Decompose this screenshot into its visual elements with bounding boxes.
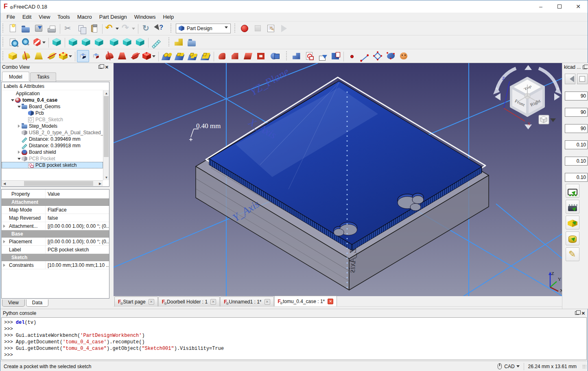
hole-button[interactable]	[90, 50, 102, 62]
property-value[interactable]: false	[46, 214, 109, 222]
toolbar-grip[interactable]	[234, 24, 237, 33]
validate-sketch-button[interactable]	[329, 50, 341, 62]
thickness-button[interactable]	[255, 50, 267, 62]
ksu-edit-button[interactable]	[566, 247, 579, 261]
tree-item[interactable]: Distance: 0.399469 mm	[2, 136, 103, 142]
property-row[interactable]: Map Mode FlatFace	[2, 206, 109, 214]
create-sketch-button[interactable]	[303, 50, 315, 62]
3d-scene[interactable]: YZ_Plane X_Axis Y_Axis Z_Axis 0.40 mm	[114, 63, 562, 296]
float-panel-icon[interactable]	[575, 311, 579, 315]
ksu-export-model-button[interactable]	[566, 231, 579, 245]
tree-expander-icon[interactable]	[10, 98, 15, 103]
property-value[interactable]: FlatFace	[46, 206, 109, 214]
tree-expander-icon[interactable]	[16, 156, 22, 161]
document-tab[interactable]: F Doorbell Holder : 1 ✕	[158, 297, 220, 306]
property-value[interactable]: PCB pocket sketch	[46, 246, 109, 253]
boolean-button[interactable]	[268, 50, 280, 62]
tree-item[interactable]: Board shield	[2, 149, 103, 155]
expand-arrow-icon[interactable]	[2, 222, 8, 230]
toolbar-grip[interactable]	[285, 51, 289, 61]
section-sketch[interactable]: Sketch	[2, 254, 109, 261]
tree-item[interactable]: Pcb	[2, 110, 103, 116]
additive-primitive-button[interactable]	[59, 50, 73, 62]
ksu-macro-button[interactable]	[398, 50, 410, 62]
tree-item[interactable]: Application	[2, 90, 103, 97]
tree-item[interactable]: Step_Models	[2, 123, 103, 129]
document-tab[interactable]: F tomu_0.4_case : 1* ✕	[274, 296, 337, 306]
revolution-button[interactable]	[20, 50, 32, 62]
scrollbar-thumb[interactable]	[24, 181, 93, 186]
kicad-page-button[interactable]	[577, 74, 588, 84]
menu-item[interactable]: Part Design	[96, 13, 131, 21]
bottom-view-button[interactable]	[121, 36, 133, 48]
section-attachment[interactable]: Attachment	[2, 199, 109, 206]
dropdown-arrow-icon[interactable]	[42, 41, 46, 45]
open-button[interactable]	[20, 22, 32, 35]
menu-item[interactable]: Help	[159, 13, 177, 21]
panel-splitter[interactable]	[110, 63, 114, 309]
resize-grip[interactable]	[582, 364, 586, 369]
tree-expander-icon[interactable]	[16, 104, 22, 109]
axonometric-view-button[interactable]	[50, 36, 63, 48]
groove-button[interactable]	[103, 50, 115, 62]
subtractive-primitive-button[interactable]	[142, 50, 156, 62]
workbench-selector[interactable]: Part Design	[176, 24, 231, 33]
subtractive-loft-button[interactable]	[116, 50, 128, 62]
property-tab[interactable]: Data	[26, 299, 48, 307]
macro-play-button[interactable]	[278, 22, 290, 35]
combo-tab[interactable]: Tasks	[30, 72, 57, 82]
new-document-button[interactable]	[7, 22, 19, 35]
property-row[interactable]: Label PCB pocket sketch	[2, 246, 109, 254]
bspline-button[interactable]	[385, 50, 397, 62]
tree-item[interactable]: tomu_0.4_case	[2, 97, 103, 103]
property-row[interactable]: Attachment... [(0.00 0.00 1.00); 0.00 °;…	[2, 222, 109, 230]
toolbar-grip[interactable]	[2, 51, 5, 61]
menu-item[interactable]: Tools	[54, 13, 73, 21]
property-row[interactable]: Map Reversed false	[2, 214, 109, 222]
menu-item[interactable]: View	[35, 13, 54, 21]
scroll-left-arrow[interactable]: ◀	[2, 181, 7, 187]
menu-item[interactable]: Edit	[19, 13, 35, 21]
python-console-output[interactable]: >>> del(tv) >>> >>> Gui.activateWorkbenc…	[1, 317, 587, 360]
scroll-down-arrow[interactable]: ▼	[103, 175, 109, 180]
toolbar-grip[interactable]	[2, 37, 5, 47]
close-panel-icon[interactable]: ✕	[105, 65, 109, 69]
tree-expander-icon[interactable]	[16, 151, 22, 154]
property-value[interactable]: [(0.00 0.00 1.00); 0.00 °; (0....	[46, 222, 109, 230]
3d-viewport[interactable]: YZ_Plane X_Axis Y_Axis Z_Axis 0.40 mm	[114, 63, 562, 296]
ksu-export-step-button[interactable]	[566, 216, 579, 229]
macro-edit-button[interactable]	[264, 22, 277, 35]
shapebinder-button[interactable]	[290, 50, 302, 62]
toolbar-grip[interactable]	[170, 24, 173, 33]
pad-button[interactable]	[7, 50, 19, 62]
maximize-button[interactable]	[550, 0, 569, 13]
additive-pipe-button[interactable]	[46, 50, 58, 62]
pocket-button[interactable]	[77, 50, 89, 62]
document-tab[interactable]: F Unnamed1 : 1* ✕	[220, 297, 273, 306]
redo-button[interactable]	[120, 22, 136, 35]
create-group-button[interactable]	[186, 36, 198, 48]
additive-loft-button[interactable]	[33, 50, 45, 62]
line-button[interactable]	[358, 50, 371, 62]
copy-button[interactable]	[75, 22, 87, 35]
close-tab-icon[interactable]: ✕	[328, 299, 333, 304]
create-body-button[interactable]	[173, 36, 185, 48]
scroll-right-arrow[interactable]: ▶	[97, 181, 103, 187]
property-row[interactable]: Placement [(0.00 0.00 1.00); 0.00 °; (0.…	[2, 238, 109, 246]
float-panel-icon[interactable]	[98, 65, 103, 69]
paste-button[interactable]	[88, 22, 100, 35]
dropdown-arrow-icon[interactable]	[152, 55, 155, 59]
nav-mini-cube-button[interactable]	[539, 115, 549, 124]
print-button[interactable]	[46, 22, 58, 35]
close-button[interactable]: ✕	[569, 0, 588, 13]
right-view-button[interactable]	[93, 36, 105, 48]
whats-this-button[interactable]	[153, 22, 165, 35]
undo-button[interactable]	[104, 22, 120, 35]
ksu-load-board-button[interactable]	[566, 184, 579, 198]
draft-button[interactable]	[242, 50, 254, 62]
polar-pattern-button[interactable]	[186, 50, 199, 62]
draw-style-button[interactable]	[33, 36, 46, 48]
property-value[interactable]: [10.00 mm;13.00 mm;1.10 ...	[46, 261, 109, 269]
scroll-up-arrow[interactable]: ▲	[103, 90, 109, 96]
offset-x-field[interactable]	[565, 140, 588, 149]
